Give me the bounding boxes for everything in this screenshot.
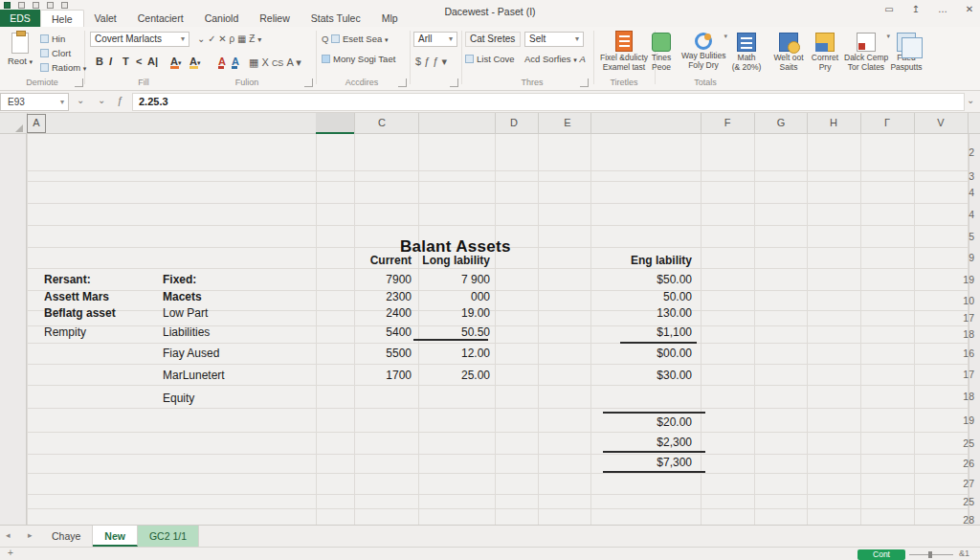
borders-align-row[interactable]: ▦ X CS A ▾ — [249, 56, 301, 69]
menu-tab-valet[interactable]: Valet — [84, 10, 127, 27]
value-long[interactable]: 7 900 — [461, 272, 490, 287]
clipboard-item-3[interactable]: Ratiom ▾ — [40, 62, 86, 73]
column-header-G[interactable]: G — [777, 117, 786, 128]
row-header-25[interactable]: 25 — [963, 496, 974, 507]
zoom-slider[interactable] — [909, 554, 953, 555]
highlight-color-button[interactable]: A▾ — [189, 56, 200, 67]
strikethrough-button[interactable]: A| — [147, 56, 158, 67]
label-b[interactable]: Fixed: — [163, 272, 196, 287]
menu-tab-mlp[interactable]: Mlp — [371, 10, 409, 27]
menu-tab-caniold[interactable]: Caniold — [194, 10, 250, 27]
column-header-C[interactable]: C — [378, 117, 386, 128]
label-b[interactable]: MarLunetert — [163, 368, 225, 383]
more-options-icon[interactable]: … — [936, 4, 949, 14]
row-header-18[interactable]: 18 — [963, 328, 974, 340]
label-b[interactable]: Liabilities — [163, 325, 210, 340]
totals-button-math[interactable]: Math(& 20%) — [724, 33, 768, 72]
row-header-2[interactable]: 2 — [969, 146, 974, 158]
value-long[interactable]: 12.00 — [461, 346, 490, 361]
list-cove-button[interactable]: List Cove — [465, 54, 515, 64]
bold-button[interactable]: B — [96, 56, 103, 67]
border-style-button[interactable]: < — [136, 56, 142, 67]
row-header-16[interactable]: 16 — [963, 347, 974, 359]
value-total[interactable]: $7,300 — [657, 455, 692, 470]
row-header-4[interactable]: 4 — [969, 209, 974, 220]
number-style-buttons[interactable]: $ ƒ ƒ ▾ — [415, 56, 447, 68]
row-header-25[interactable]: 25 — [963, 437, 974, 449]
column-header-Γ[interactable]: Γ — [884, 117, 890, 128]
label-b[interactable]: Equity — [163, 391, 194, 406]
row-header-4[interactable]: 4 — [969, 187, 974, 198]
column-header-D[interactable]: D — [510, 117, 518, 128]
font-color-alt-button[interactable]: A — [232, 56, 239, 67]
sheet-tab-new[interactable]: New — [93, 526, 138, 547]
label-a[interactable]: Assett Mars — [44, 289, 109, 304]
value-long[interactable]: 000 — [471, 289, 490, 304]
font-color-button[interactable]: A — [218, 56, 226, 67]
column-a-header-box[interactable] — [27, 114, 46, 133]
selt-combobox[interactable]: Selt▾ — [524, 32, 584, 47]
clipboard-item-1[interactable]: Hin — [40, 34, 65, 44]
totals-button-faed[interactable]: FaedPasputts — [884, 33, 928, 72]
column-b-selected-header[interactable] — [316, 113, 354, 134]
value-total[interactable]: $2,300 — [657, 435, 692, 450]
label-a[interactable]: Rersant: — [44, 272, 91, 287]
row-header-3[interactable]: 3 — [969, 170, 974, 182]
dialog-launcher-icon[interactable] — [75, 78, 83, 87]
value-long[interactable]: 50.50 — [461, 325, 490, 340]
sheet-tab-chaye[interactable]: Chaye — [40, 526, 93, 547]
row-header-19[interactable]: 19 — [963, 414, 974, 426]
label-b[interactable]: Low Part — [163, 305, 208, 321]
header-eng-lability[interactable]: Eng lability — [631, 253, 692, 268]
cont-button[interactable]: Cont — [858, 549, 905, 560]
label-b[interactable]: Fiay Aused — [163, 346, 219, 361]
row-header-17[interactable]: 17 — [963, 312, 974, 324]
sheet-tab-gc2-1-1[interactable]: GC2 1/1 — [138, 526, 199, 547]
totals-button-dalck-cemp[interactable]: Dalck CempTor Clates▾ — [844, 33, 888, 72]
font-name-combobox[interactable]: Covert Marlacts▾ — [90, 32, 189, 47]
underline-button[interactable]: T — [122, 56, 129, 67]
close-icon[interactable]: ✕ — [963, 4, 976, 14]
row-header-5[interactable]: 5 — [969, 231, 974, 242]
dialog-launcher-icon[interactable] — [304, 78, 313, 87]
value-long[interactable]: 25.00 — [461, 368, 490, 383]
fill-color-button[interactable]: A▾ — [170, 56, 181, 67]
select-all-icon[interactable] — [15, 124, 23, 132]
plus-icon[interactable]: + — [8, 548, 13, 558]
row-header-9[interactable]: 9 — [969, 252, 974, 263]
column-header-V[interactable]: V — [937, 117, 944, 128]
mony-sogi-taet-button[interactable]: Mony Sogi Taet — [322, 54, 395, 64]
ribbon-display-icon[interactable]: ▭ — [882, 4, 896, 14]
menu-tab-stats-tulec[interactable]: Stats Tulec — [301, 10, 371, 27]
value-current[interactable]: 2400 — [386, 305, 412, 321]
value-eng[interactable]: $1,100 — [657, 325, 692, 340]
cat-sretes-dropdown[interactable]: Cat Sretes▾ — [465, 32, 521, 47]
cancel-entry-icon[interactable]: ⌄ — [98, 95, 105, 105]
insert-function-icon[interactable]: ƒ — [117, 95, 122, 106]
label-a[interactable]: Rempity — [44, 325, 86, 340]
number-format-combobox[interactable]: Arll▾ — [413, 32, 457, 47]
menu-tab-centaciert[interactable]: Centaciert — [127, 10, 194, 27]
value-current[interactable]: 5500 — [386, 346, 412, 361]
share-icon[interactable]: ↥ — [909, 4, 923, 14]
value-eng[interactable]: $30.00 — [657, 368, 692, 383]
value-current[interactable]: 1700 — [386, 368, 412, 383]
totals-button-way-bulities[interactable]: Way BulitiesFoly Dry▾ — [681, 33, 725, 70]
row-header-column[interactable] — [0, 134, 27, 525]
row-header-18[interactable]: 18 — [963, 391, 974, 402]
paste-button[interactable]: Reot ▾ — [4, 33, 36, 66]
column-header-H[interactable]: H — [830, 117, 837, 128]
dialog-launcher-icon[interactable] — [450, 78, 458, 87]
row-header-27[interactable]: 27 — [963, 478, 974, 489]
clipboard-item-2[interactable]: Clort — [40, 48, 71, 58]
value-eng[interactable]: $00.00 — [657, 346, 692, 361]
italic-button[interactable]: I — [109, 56, 112, 67]
value-long[interactable]: 19.00 — [461, 305, 490, 321]
value-eng[interactable]: $50.00 — [657, 272, 692, 287]
sheet-nav-arrows[interactable]: ◂ ▸ — [6, 530, 40, 540]
name-box-expand-icon[interactable]: ⌄ — [77, 95, 84, 105]
acd-sorfies-button[interactable]: Acd Sorfies ▾ A — [524, 54, 586, 64]
row-header-17[interactable]: 17 — [963, 369, 974, 380]
column-header-row[interactable]: ABCDEFGHΓV — [0, 113, 980, 134]
row-header-26[interactable]: 26 — [963, 458, 974, 469]
